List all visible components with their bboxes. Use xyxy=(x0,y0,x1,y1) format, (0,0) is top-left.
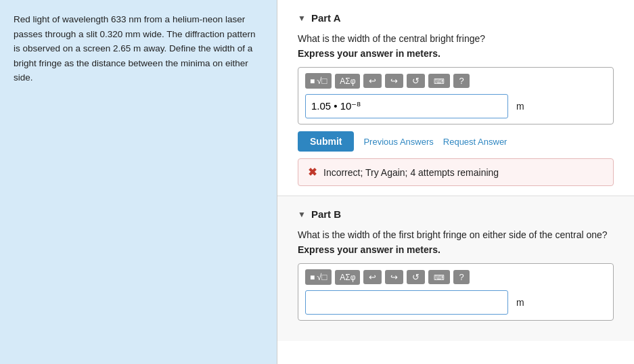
part-b-undo-button[interactable]: ↩ xyxy=(363,270,382,284)
part-b-undo-icon: ↩ xyxy=(369,272,376,282)
part-b-label: Part B xyxy=(311,208,341,220)
keyboard-button[interactable]: ⌨ xyxy=(428,74,450,88)
math-icon: ■ xyxy=(310,76,315,86)
part-b-answer-input[interactable] xyxy=(305,290,508,315)
problem-description: Red light of wavelength 633 nm from a he… xyxy=(0,0,277,364)
part-b-math-icon: ■ xyxy=(310,273,315,282)
part-b-math-button[interactable]: ■ √□ xyxy=(305,269,332,285)
part-b-instruction: Express your answer in meters. xyxy=(298,244,614,255)
undo-button[interactable]: ↩ xyxy=(363,74,382,88)
part-b-redo-icon: ↪ xyxy=(390,272,398,282)
part-b-keyboard-icon: ⌨ xyxy=(434,273,445,281)
part-b-question: What is the width of the first bright fr… xyxy=(298,229,614,240)
part-b-input-row: m xyxy=(305,290,606,315)
part-a-toolbar: ■ √□ ΑΣφ ↩ ↪ ↺ ⌨ ? xyxy=(305,73,606,89)
part-b-sigma-icon: ΑΣφ xyxy=(340,273,355,282)
part-b-refresh-button[interactable]: ↺ xyxy=(407,270,425,284)
part-b-sigma-button[interactable]: ΑΣφ xyxy=(335,270,360,285)
undo-icon: ↩ xyxy=(369,76,376,86)
part-b-refresh-icon: ↺ xyxy=(412,272,420,282)
help-button[interactable]: ? xyxy=(453,74,469,88)
part-a-chevron[interactable]: ▼ xyxy=(298,14,306,23)
part-b-toolbar: ■ √□ ΑΣφ ↩ ↪ ↺ ⌨ ? xyxy=(305,269,606,285)
part-a-header: ▼ Part A xyxy=(298,12,614,24)
sqrt-icon: √□ xyxy=(317,76,327,86)
part-b-sqrt-icon: √□ xyxy=(317,272,327,282)
problem-text: Red light of wavelength 633 nm from a he… xyxy=(14,12,263,85)
sigma-icon: ΑΣφ xyxy=(340,76,355,86)
part-b-help-button[interactable]: ? xyxy=(453,270,469,284)
part-a-unit: m xyxy=(516,101,524,112)
part-b-input-container: ■ √□ ΑΣφ ↩ ↪ ↺ ⌨ ? xyxy=(298,263,614,321)
keyboard-icon: ⌨ xyxy=(434,77,445,85)
redo-icon: ↪ xyxy=(390,76,398,86)
part-b-redo-button[interactable]: ↪ xyxy=(385,270,403,284)
feedback-text: Incorrect; Try Again; 4 attempts remaini… xyxy=(323,167,499,178)
math-button[interactable]: ■ √□ xyxy=(305,73,332,89)
part-b-section: ▼ Part B What is the width of the first … xyxy=(277,196,634,341)
redo-button[interactable]: ↪ xyxy=(385,74,403,88)
feedback-box: ✖ Incorrect; Try Again; 4 attempts remai… xyxy=(298,158,614,186)
part-a-actions: Submit Previous Answers Request Answer xyxy=(298,131,614,152)
help-icon: ? xyxy=(459,76,463,86)
part-a-section: ▼ Part A What is the width of the centra… xyxy=(277,0,634,196)
submit-button[interactable]: Submit xyxy=(298,131,354,152)
part-b-header: ▼ Part B xyxy=(298,208,614,220)
part-b-chevron[interactable]: ▼ xyxy=(298,210,306,219)
sigma-button[interactable]: ΑΣφ xyxy=(335,74,360,89)
part-a-input-row: m xyxy=(305,94,606,118)
refresh-button[interactable]: ↺ xyxy=(407,74,425,88)
answer-panel: ▼ Part A What is the width of the centra… xyxy=(277,0,634,364)
part-b-keyboard-button[interactable]: ⌨ xyxy=(428,270,450,284)
part-a-input-container: ■ √□ ΑΣφ ↩ ↪ ↺ ⌨ ? xyxy=(298,67,614,124)
request-answer-link[interactable]: Request Answer xyxy=(443,137,507,147)
part-b-unit: m xyxy=(516,297,524,308)
previous-answers-link[interactable]: Previous Answers xyxy=(363,137,433,147)
incorrect-icon: ✖ xyxy=(308,166,317,179)
part-a-question: What is the width of the central bright … xyxy=(298,33,614,44)
refresh-icon: ↺ xyxy=(412,76,420,86)
part-a-label: Part A xyxy=(311,12,341,24)
part-a-instruction: Express your answer in meters. xyxy=(298,48,614,59)
part-a-answer-input[interactable] xyxy=(305,94,508,118)
part-b-help-icon: ? xyxy=(459,272,463,282)
